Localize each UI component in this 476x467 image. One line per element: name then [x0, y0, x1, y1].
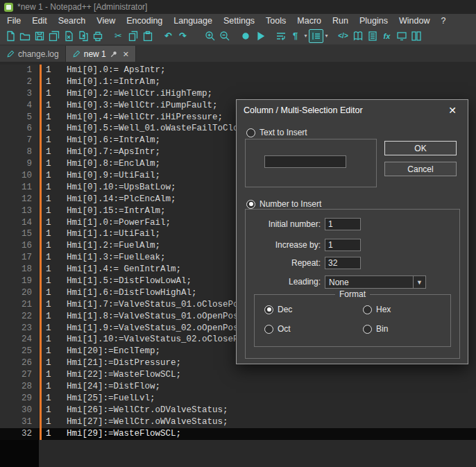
- code-text[interactable]: 1 Hmi[20]:=EnclTemp;: [42, 346, 160, 357]
- initial-number-input[interactable]: [325, 218, 361, 230]
- line-number[interactable]: 6: [0, 123, 38, 135]
- code-text[interactable]: 1 Hmi[0].7:=ApsIntr;: [42, 146, 160, 158]
- line-number[interactable]: 2: [0, 76, 38, 88]
- code-text[interactable]: 1 Hmi[24]:=DistFlow;: [42, 381, 160, 393]
- menu-item-4[interactable]: Encoding: [121, 15, 168, 27]
- save-all-icon[interactable]: [46, 29, 61, 43]
- zoom-in-icon[interactable]: [203, 29, 217, 43]
- line-number[interactable]: 17: [0, 252, 38, 264]
- line-number[interactable]: 29: [0, 393, 38, 405]
- radio-format-bin[interactable]: Bin: [363, 324, 388, 334]
- code-text[interactable]: 1 Hmi[0].0:= ApsIntr;: [42, 65, 166, 76]
- code-text[interactable]: 1 Hmi[1].3:=FuelLeak;: [42, 252, 166, 264]
- word-wrap-icon[interactable]: [273, 29, 288, 43]
- increase-by-input[interactable]: [325, 239, 361, 251]
- line-number[interactable]: 4: [0, 100, 38, 112]
- menu-item-6[interactable]: Settings: [218, 15, 260, 27]
- line-number[interactable]: 15: [0, 228, 38, 240]
- line-number[interactable]: 31: [0, 416, 38, 428]
- close-icon[interactable]: [61, 29, 76, 43]
- editor-line[interactable]: 291 Hmi[25]:=FuelLvl;: [0, 393, 476, 405]
- function-list-icon[interactable]: fx: [380, 29, 394, 43]
- dialog-titlebar[interactable]: Column / Multi-Selection Editor ✕: [237, 100, 468, 121]
- code-text[interactable]: 1 Hmi[25]:=FuelLvl;: [42, 393, 155, 405]
- print-icon[interactable]: [90, 29, 105, 43]
- radio-text-to-insert[interactable]: Text to Insert: [246, 128, 307, 137]
- code-text[interactable]: 1 Hmi[0].6:=IntrAlm;: [42, 135, 160, 146]
- line-number[interactable]: 27: [0, 369, 38, 381]
- editor-line[interactable]: 11 Hmi[0].0:= ApsIntr;: [0, 65, 476, 76]
- cut-icon[interactable]: ✂: [111, 29, 126, 43]
- code-text[interactable]: 1 Hmi[0].3:=WellCtr.iPumpFault;: [42, 100, 218, 112]
- menu-item-11[interactable]: Window: [393, 15, 435, 27]
- doc-map-icon[interactable]: [350, 29, 365, 43]
- repeat-input[interactable]: [325, 257, 361, 269]
- line-number[interactable]: 23: [0, 323, 38, 334]
- redo-icon[interactable]: ↷: [176, 29, 190, 43]
- line-number[interactable]: 21: [0, 299, 38, 311]
- show-indent-guide-icon[interactable]: [309, 29, 323, 43]
- show-symbols-icon[interactable]: ¶: [288, 29, 303, 43]
- radio-format-hex[interactable]: Hex: [363, 305, 391, 314]
- radio-format-dec[interactable]: Dec: [264, 305, 292, 314]
- line-number[interactable]: 5: [0, 112, 38, 124]
- code-text[interactable]: 1 Hmi[26]:=WellCtr.oDValveStatus;: [42, 405, 228, 416]
- tab-change-log[interactable]: change.log: [0, 46, 66, 62]
- line-number[interactable]: 18: [0, 264, 38, 275]
- editor-line[interactable]: 21 Hmi[0].1:=IntrAlm;: [0, 76, 476, 88]
- code-text[interactable]: 1 Hmi[0].8:=EnclAlm;: [42, 158, 160, 170]
- code-text[interactable]: 1 Hmi[1].0:=PowerFail;: [42, 217, 171, 229]
- record-macro-icon[interactable]: [238, 29, 253, 43]
- code-text[interactable]: 1 Hmi[22]:=WasteFlowSCL;: [42, 369, 181, 381]
- file-compare-icon[interactable]: [409, 29, 423, 43]
- menu-item-9[interactable]: Run: [327, 15, 354, 27]
- code-text[interactable]: 1 Hmi[0].4:=WellCtr.iHiPressure;: [42, 112, 223, 124]
- paste-icon[interactable]: [140, 29, 155, 43]
- line-number[interactable]: 11: [0, 182, 38, 194]
- tab-close-icon[interactable]: ✕: [123, 50, 129, 59]
- zoom-out-icon[interactable]: [217, 29, 232, 43]
- chevron-down-icon[interactable]: ▼: [413, 276, 425, 288]
- menu-item-0[interactable]: File: [1, 15, 26, 27]
- line-number[interactable]: 19: [0, 275, 38, 287]
- line-number[interactable]: 14: [0, 217, 38, 229]
- undo-icon[interactable]: ↶: [161, 29, 176, 43]
- line-number[interactable]: 8: [0, 146, 38, 158]
- code-text[interactable]: 1 Hmi[1].10:=ValveStatus_02.oClosePos: [42, 334, 249, 346]
- editor-line[interactable]: 281 Hmi[24]:=DistFlow;: [0, 381, 476, 393]
- editor-line[interactable]: 311 Hmi[27]:=WellCtr.oWValveStatus;: [0, 416, 476, 428]
- code-text[interactable]: 1 Hmi[1].6:=DistFlowHighAl;: [42, 287, 197, 299]
- tab-new-1[interactable]: new 1 ✕: [66, 46, 136, 62]
- code-text[interactable]: 1 Hmi[0].14:=PlcEncAlm;: [42, 194, 176, 205]
- close-all-icon[interactable]: [76, 29, 90, 43]
- menu-item-1[interactable]: Edit: [26, 15, 53, 27]
- menu-item-10[interactable]: Plugins: [354, 15, 393, 27]
- editor-line[interactable]: 271 Hmi[22]:=WasteFlowSCL;: [0, 369, 476, 381]
- line-number[interactable]: 3: [0, 88, 38, 100]
- code-text[interactable]: 1 Hmi[0].5:=Well_01.oWasteFailToClose: [42, 123, 249, 135]
- code-text[interactable]: 1 Hmi[29]:=WasteFlowSCL;: [42, 428, 181, 440]
- code-text[interactable]: 1 Hmi[21]:=DistPressure;: [42, 357, 181, 369]
- line-number[interactable]: 10: [0, 170, 38, 182]
- menu-item-7[interactable]: Tools: [260, 15, 291, 27]
- save-icon[interactable]: [32, 29, 46, 43]
- line-number[interactable]: 1: [0, 65, 38, 76]
- pin-icon[interactable]: [110, 50, 118, 58]
- radio-number-to-insert[interactable]: Number to Insert: [246, 199, 321, 209]
- line-number[interactable]: 26: [0, 357, 38, 369]
- text-insert-input[interactable]: [264, 155, 346, 168]
- copy-icon[interactable]: [126, 29, 140, 43]
- menu-item-5[interactable]: Language: [168, 15, 218, 27]
- code-text[interactable]: 1 Hmi[1].9:=ValveStatus_02.oOpenPosit: [42, 323, 249, 334]
- menu-item-2[interactable]: Search: [53, 15, 92, 27]
- radio-format-oct[interactable]: Oct: [264, 324, 291, 334]
- ok-button[interactable]: OK: [384, 141, 457, 155]
- menu-item-3[interactable]: View: [91, 15, 121, 27]
- dialog-close-icon[interactable]: ✕: [444, 102, 461, 119]
- leading-dropdown[interactable]: None ▼: [325, 275, 426, 289]
- code-text[interactable]: 1 Hmi[1].4:= GenIntrAlm;: [42, 264, 181, 275]
- line-number[interactable]: 32: [0, 428, 38, 440]
- line-number[interactable]: 20: [0, 287, 38, 299]
- code-text[interactable]: 1 Hmi[0].1:=IntrAlm;: [42, 76, 160, 88]
- line-number[interactable]: 30: [0, 405, 38, 416]
